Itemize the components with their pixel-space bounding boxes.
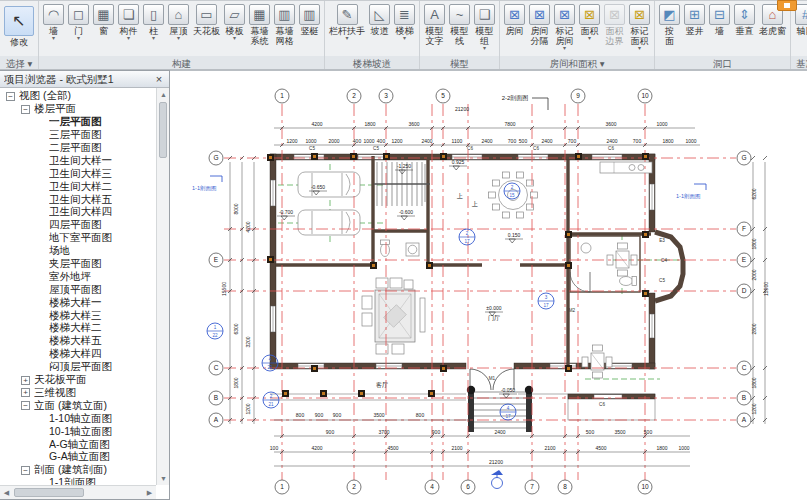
- 门-icon: ◻: [68, 4, 89, 25]
- ribbon-button-窗[interactable]: ▦窗: [91, 2, 116, 36]
- ribbon-button-坡道[interactable]: ◺坡道: [367, 2, 392, 36]
- tree-item-label: 10-1轴立面图: [49, 425, 112, 439]
- tree-item-天花板平面[interactable]: +天花板平面: [0, 374, 156, 387]
- ribbon-button-栏杆扶手[interactable]: ✎栏杆扶手▾: [327, 2, 367, 41]
- ribbon-button-面积[interactable]: ⊠面积▾: [577, 2, 602, 41]
- notification-badge[interactable]: [777, 0, 797, 11]
- tree-item-二层平面图[interactable]: 二层平面图: [0, 142, 156, 155]
- ribbon-button-楼梯[interactable]: ≣楼梯▾: [392, 2, 417, 41]
- tree-item-卫生间大样四[interactable]: 卫生间大样四: [0, 206, 156, 219]
- tree-leaf-spacer: [36, 298, 45, 307]
- expand-icon[interactable]: +: [21, 388, 30, 397]
- tree-item-楼层平面[interactable]: −楼层平面: [0, 103, 156, 116]
- vertical-scrollbar[interactable]: ▲ ▼: [156, 88, 169, 485]
- tree-item-场地[interactable]: 场地: [0, 245, 156, 258]
- expand-icon[interactable]: +: [21, 376, 30, 385]
- ribbon-button-幕墙网格[interactable]: ▥幕墙网格: [272, 2, 297, 46]
- ribbon-button-垂直[interactable]: ⇕垂直: [732, 2, 757, 36]
- svg-text:C5: C5: [309, 146, 315, 151]
- collapse-icon[interactable]: −: [21, 401, 30, 410]
- ribbon-button-柱[interactable]: ▯柱▾: [141, 2, 166, 41]
- svg-text:6200: 6200: [751, 188, 757, 199]
- collapse-icon[interactable]: −: [6, 92, 15, 101]
- svg-text:4: 4: [269, 357, 272, 362]
- tree-item-视图 (全部)[interactable]: −视图 (全部): [0, 90, 156, 103]
- tree-item-10-1轴立面图[interactable]: 10-1轴立面图: [0, 425, 156, 438]
- svg-text:2100: 2100: [451, 445, 462, 451]
- ribbon-button-按面[interactable]: ◩按面: [657, 2, 682, 46]
- tree-item-G-A轴立面图[interactable]: G-A轴立面图: [0, 451, 156, 464]
- svg-text:C5: C5: [373, 146, 379, 151]
- scroll-down-icon[interactable]: ▼: [157, 472, 170, 485]
- ribbon-button-楼板[interactable]: ▱楼板▾: [222, 2, 247, 41]
- tree-leaf-spacer: [36, 131, 45, 140]
- ribbon-group-房间和面积 ▾: ⊠房间⊠房间分隔⊠标记房间▾⊠面积▾⊠面积边界⊠标记面积▾房间和面积 ▾: [500, 1, 655, 70]
- scroll-right-icon[interactable]: ▶: [143, 486, 156, 499]
- select-group-label[interactable]: 选择 ▾: [0, 56, 38, 70]
- ribbon-button-天花板[interactable]: ▭天花板: [191, 2, 222, 36]
- ribbon-button-label2: 系统: [251, 36, 269, 46]
- tree-item-楼梯大样二[interactable]: 楼梯大样二: [0, 322, 156, 335]
- svg-text:A: A: [742, 416, 747, 423]
- tree-item-剖面 (建筑剖面)[interactable]: −剖面 (建筑剖面): [0, 464, 156, 477]
- ribbon-button-墙[interactable]: ⊟墙: [707, 2, 732, 36]
- tree-item-三维视图[interactable]: +三维视图: [0, 386, 156, 399]
- tree-item-label: 楼梯大样四: [49, 347, 102, 361]
- tree-item-楼梯大样三[interactable]: 楼梯大样三: [0, 309, 156, 322]
- svg-text:7800: 7800: [504, 121, 515, 127]
- tree-item-闷顶层平面图[interactable]: 闷顶层平面图: [0, 361, 156, 374]
- collapse-icon[interactable]: −: [21, 105, 30, 114]
- ribbon-button-模型文字[interactable]: A模型文字: [422, 2, 447, 46]
- ribbon-button-label: 模型: [426, 26, 444, 36]
- tree-item-卫生间大样一[interactable]: 卫生间大样一: [0, 154, 156, 167]
- ribbon-button-墙[interactable]: ◠墙▾: [41, 2, 66, 41]
- tree-item-一层平面图[interactable]: 一层平面图: [0, 116, 156, 129]
- ribbon-button-竖井[interactable]: ⊞竖井: [682, 2, 707, 36]
- project-browser-titlebar[interactable]: 项目浏览器 - 欧式别墅1 ×: [0, 71, 169, 88]
- svg-text:800: 800: [416, 412, 425, 418]
- tree-item-夹层平面图[interactable]: 夹层平面图: [0, 258, 156, 271]
- tree-item-楼梯大样四[interactable]: 楼梯大样四: [0, 348, 156, 361]
- ribbon-button-房间分隔[interactable]: ⊠房间分隔: [527, 2, 552, 46]
- tree-item-楼梯大样五[interactable]: 楼梯大样五: [0, 335, 156, 348]
- tree-item-地下室平面图[interactable]: 地下室平面图: [0, 232, 156, 245]
- ribbon-button-门[interactable]: ◻门▾: [66, 2, 91, 41]
- tree-item-label: 楼层平面: [34, 102, 76, 116]
- tree-item-1-10轴立面图[interactable]: 1-10轴立面图: [0, 412, 156, 425]
- ribbon-button-幕墙系统[interactable]: ▦幕墙系统: [247, 2, 272, 46]
- tree-item-卫生间大样五[interactable]: 卫生间大样五: [0, 193, 156, 206]
- ribbon-button-模型线[interactable]: ~模型线: [447, 2, 472, 46]
- tree-item-立面 (建筑立面)[interactable]: −立面 (建筑立面): [0, 399, 156, 412]
- tree-item-1-1剖面图[interactable]: 1-1剖面图: [0, 477, 156, 485]
- close-icon[interactable]: ×: [153, 73, 165, 85]
- svg-text:21200: 21200: [489, 459, 503, 465]
- horizontal-scroll-thumb[interactable]: [14, 488, 84, 497]
- horizontal-scrollbar[interactable]: ◀ ▶: [0, 485, 156, 499]
- scroll-left-icon[interactable]: ◀: [0, 486, 13, 499]
- ribbon-button-标记面积[interactable]: ⊠标记面积▾: [627, 2, 652, 51]
- ribbon-button-标记房间[interactable]: ⊠标记房间▾: [552, 2, 577, 51]
- ribbon-button-竖梃[interactable]: ▥竖梃: [297, 2, 322, 36]
- ribbon-button-屋顶[interactable]: ⌂屋顶▾: [166, 2, 191, 41]
- floor-plan-view[interactable]: 112234567891010GGFEEDCCBBAA 212004200180…: [170, 71, 807, 499]
- ribbon-button-模型组[interactable]: ❑模型组▾: [472, 2, 497, 51]
- modify-button[interactable]: ↖修改: [2, 2, 36, 47]
- ribbon-button-构件[interactable]: ❏构件▾: [116, 2, 141, 41]
- tree-item-楼梯大样一[interactable]: 楼梯大样一: [0, 296, 156, 309]
- tree-item-卫生间大样三[interactable]: 卫生间大样三: [0, 167, 156, 180]
- scroll-up-icon[interactable]: ▲: [157, 88, 170, 101]
- tree-item-四层平面图[interactable]: 四层平面图: [0, 219, 156, 232]
- vertical-scroll-thumb[interactable]: [159, 102, 167, 158]
- svg-text:15500: 15500: [763, 282, 769, 296]
- dropdown-arrow-icon: ▾: [345, 36, 348, 41]
- drawing-canvas[interactable]: 112234567891010GGFEEDCCBBAA 212004200180…: [170, 70, 807, 500]
- tree-item-卫生间大样二[interactable]: 卫生间大样二: [0, 180, 156, 193]
- collapse-icon[interactable]: −: [21, 466, 30, 475]
- 天花板-icon: ▭: [196, 4, 217, 25]
- tree-item-三层平面图[interactable]: 三层平面图: [0, 129, 156, 142]
- tree-item-A-G轴立面图[interactable]: A-G轴立面图: [0, 438, 156, 451]
- ribbon-button-房间[interactable]: ⊠房间: [502, 2, 527, 36]
- tree-item-室外地坪[interactable]: 室外地坪: [0, 270, 156, 283]
- tree-item-label: 三层平面图: [49, 128, 102, 142]
- tree-item-屋顶平面图[interactable]: 屋顶平面图: [0, 283, 156, 296]
